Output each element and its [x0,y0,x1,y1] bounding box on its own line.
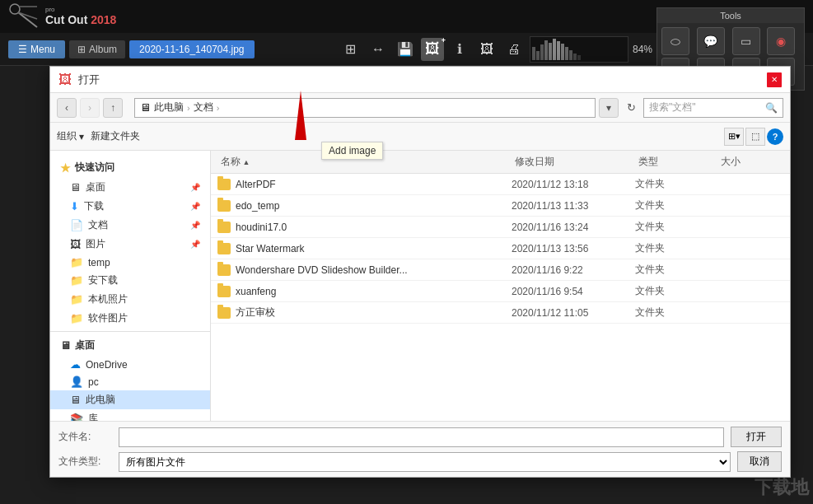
anzai-label: 安下载 [88,273,118,287]
active-file-tab[interactable]: 2020-11-16_140704.jpg [129,40,254,58]
address-sep1: › [187,103,190,113]
open-button[interactable]: 打开 [731,427,782,447]
address-bar[interactable]: 🖥 此电脑 › 文档 › [134,98,596,118]
file-type-0: 文件夹 [635,177,717,191]
active-file-name: 2020-11-16_140704.jpg [139,44,244,55]
folder-icon-1 [217,200,231,212]
menu-icon: ☰ [18,44,27,55]
table-row[interactable]: AlterPDF 2020/11/12 13:18 文件夹 [211,174,790,195]
footer-row-2: 文件类型: 所有图片文件 取消 [58,451,782,472]
col-type[interactable]: 类型 [635,155,717,169]
histogram [530,36,628,63]
sidebar-item-onedrive[interactable]: ☁ OneDrive [50,356,210,373]
nav-dropdown-button[interactable]: ▾ [599,98,619,118]
sidebar-item-temp[interactable]: 📁 temp [50,254,210,271]
speech-tool[interactable]: 💬 [697,27,725,55]
nav-back-button[interactable]: ‹ [57,98,77,118]
rect-tool[interactable]: ▭ [732,27,760,55]
file-type-1: 文件夹 [635,198,717,212]
lasso-tool[interactable]: ⬭ [661,27,689,55]
nav-up-button[interactable]: ↑ [103,98,123,118]
sidebar-item-downloads[interactable]: ⬇ 下载 📌 [50,197,210,216]
watermark: 下载地 [755,475,809,500]
menu-button[interactable]: ☰ Menu [8,40,65,58]
color-tool[interactable]: ◉ [767,27,795,55]
print-icon[interactable]: 🖨 [502,38,526,61]
onedrive-icon: ☁ [70,358,81,371]
sidebar-item-pc[interactable]: 👤 pc [50,373,210,390]
sidebar-item-documents[interactable]: 📄 文档 📌 [50,216,210,235]
info-icon[interactable]: ℹ [448,38,471,61]
col-size[interactable]: 大小 [717,155,783,169]
table-row[interactable]: houdini17.0 2020/11/16 13:24 文件夹 [211,217,790,238]
table-row[interactable]: Wondershare DVD Slideshow Builder... 202… [211,259,790,281]
desktop-label: 桌面 [86,180,105,194]
save-icon[interactable]: 💾 [394,38,417,61]
folder-icon-5 [217,286,231,297]
search-bar[interactable]: 搜索"文档" 🔍 [643,98,783,118]
dialog-close-button[interactable]: ✕ [767,72,782,87]
computer-icon: 🖥 [140,101,151,114]
logo-area: pro Cut Out 2018 [8,2,116,31]
table-row[interactable]: Star Watermark 2020/11/13 13:56 文件夹 [211,238,790,259]
cancel-button[interactable]: 取消 [737,451,782,472]
desktop-section-icon: 🖥 [60,339,71,352]
address-computer[interactable]: 此电脑 [154,100,184,114]
view-icon[interactable]: ⊞ [339,38,362,61]
add-image-button[interactable]: 🖼 + [421,38,444,61]
file-name-4: Wondershare DVD Slideshow Builder... [217,264,512,276]
table-row[interactable]: 方正审校 2020/11/12 11:05 文件夹 [211,302,790,324]
sidebar-item-desktop[interactable]: 🖥 桌面 📌 [50,178,210,197]
organize-label: 组织 [57,129,77,143]
plus-badge: + [442,36,446,44]
desktop-section-label: 桌面 [75,338,95,352]
sidebar-item-thispc[interactable]: 🖥 此电脑 [50,390,210,409]
navigate-icon[interactable]: ↔ [367,38,390,61]
pictures-icon: 🖼 [70,238,81,250]
pin-icon-0: 📌 [190,183,200,192]
app-background: pro Cut Out 2018 ? Help — □ ✕ ☰ Menu ⊞ A… [0,0,813,504]
organize-button[interactable]: 组织 ▾ [57,129,84,143]
file-type-select[interactable]: 所有图片文件 [119,452,731,472]
svg-line-1 [18,12,37,27]
refresh-button[interactable]: ↻ [622,99,640,117]
file-date-6: 2020/11/12 11:05 [512,307,635,319]
preview-pane-button[interactable]: ⬚ [745,128,765,146]
library-label: 库 [88,412,98,421]
add-image-icon: 🖼 [425,40,440,58]
zoom-level: 84% [633,44,652,55]
table-row[interactable]: xuanfeng 2020/11/16 9:54 文件夹 [211,281,790,302]
tooltip: Add image [321,142,383,160]
file-list-header: 名称 修改日期 类型 大小 [211,151,790,174]
view-layout-button[interactable]: ⊞▾ [724,128,744,146]
new-folder-button[interactable]: 新建文件夹 [91,129,140,143]
dialog-help-button[interactable]: ? [767,128,783,145]
file-type-6: 文件夹 [635,306,717,320]
sidebar-item-library[interactable]: 📚 库 [50,409,210,421]
file-type-5: 文件夹 [635,284,717,298]
downloads-label: 下载 [84,199,104,213]
sidebar-item-softimg[interactable]: 📁 软件图片 [50,309,210,328]
address-documents[interactable]: 文档 [194,100,213,114]
search-submit-icon[interactable]: 🔍 [765,102,778,114]
sidebar-item-pictures[interactable]: 🖼 图片 📌 [50,235,210,254]
menu-label: Menu [30,44,55,55]
file-type-4: 文件夹 [635,263,717,277]
dialog-footer: 文件名: 打开 文件类型: 所有图片文件 取消 [50,421,790,477]
nav-forward-button[interactable]: › [80,98,100,118]
file-name-2: houdini17.0 [217,222,512,233]
sidebar-item-anzai[interactable]: 📁 安下载 [50,271,210,290]
anzai-icon: 📁 [70,274,83,287]
folder-icon-4 [217,264,231,276]
doc-icon: 📄 [70,219,83,231]
pin-icon-3: 📌 [190,240,200,249]
album-button[interactable]: ⊞ Album [69,40,125,58]
arrow-indicator [295,91,306,140]
image2-icon[interactable]: 🖼 [475,38,498,61]
table-row[interactable]: edo_temp 2020/11/13 11:33 文件夹 [211,195,790,217]
sidebar-item-localphoto[interactable]: 📁 本机照片 [50,290,210,309]
folder-icon-6 [217,307,231,319]
file-name-input[interactable] [119,427,724,447]
col-date[interactable]: 修改日期 [512,155,635,169]
album-icon: ⊞ [77,44,86,55]
